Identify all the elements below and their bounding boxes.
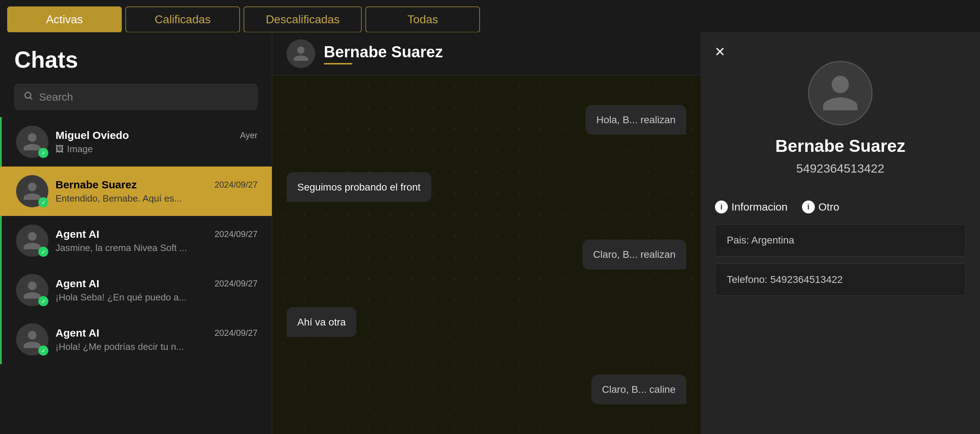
whatsapp-badge: ✓ [38, 247, 48, 257]
tab-informacion-label: Informacion [732, 201, 788, 213]
message-bubble: Seguimos probando el front [286, 172, 431, 202]
list-item[interactable]: ✓ Agent AI 2024/09/27 Jasmine, la crema … [0, 216, 272, 265]
list-item[interactable]: ✓ Agent AI 2024/09/27 ¡Hola Seba! ¿En qu… [0, 265, 272, 315]
avatar: ✓ [16, 175, 48, 207]
chat-name-row: Bernabe Suarez 2024/09/27 [56, 179, 258, 191]
top-tabs-bar: Activas Calificadas Descalificadas Todas [0, 0, 980, 32]
chat-main: Bernabe Suarez Hola, B... realizan Segui… [272, 32, 701, 434]
chat-info: Agent AI 2024/09/27 ¡Hola Seba! ¿En qué … [56, 278, 258, 303]
search-input[interactable] [39, 91, 248, 103]
chat-preview: Entendido, Bernabe. Aquí es... [56, 193, 258, 204]
chat-info: Miguel Oviedo Ayer 🖼 Image [56, 129, 258, 155]
tab-otro[interactable]: i Otro [802, 200, 839, 213]
info-icon: i [715, 200, 728, 213]
close-button[interactable]: × [715, 43, 725, 60]
whatsapp-badge: ✓ [38, 345, 48, 356]
chat-name: Agent AI [56, 327, 99, 339]
chat-header-underline [324, 63, 352, 64]
tab-otro-label: Otro [818, 201, 839, 213]
field-telefono: Telefono: 5492364513422 [715, 264, 966, 296]
whatsapp-badge: ✓ [38, 148, 48, 158]
message-bubble: Claro, B... realizan [582, 240, 686, 269]
svg-point-0 [25, 92, 31, 98]
info-fields: Pais: Argentina Telefono: 5492364513422 [701, 224, 980, 296]
chat-list: ✓ Miguel Oviedo Ayer 🖼 Image [0, 117, 272, 434]
message-bubble: Ahí va otra [286, 307, 356, 337]
image-icon: 🖼 [56, 144, 64, 154]
chat-name: Bernabe Suarez [56, 179, 137, 191]
sidebar-header: Chats [0, 32, 272, 117]
chat-header-avatar [286, 40, 315, 68]
tab-informacion[interactable]: i Informacion [715, 200, 788, 213]
field-pais: Pais: Argentina [715, 224, 966, 256]
chat-preview: 🖼 Image [56, 144, 258, 155]
right-panel: × Bernabe Suarez 5492364513422 i Informa… [701, 32, 980, 434]
profile-section: Bernabe Suarez 5492364513422 [701, 32, 980, 200]
list-item[interactable]: ✓ Bernabe Suarez 2024/09/27 Entendido, B… [0, 167, 272, 216]
list-item[interactable]: ✓ Agent AI 2024/09/27 ¡Hola! ¿Me podrías… [0, 315, 272, 364]
chat-time: 2024/09/27 [215, 328, 258, 338]
chat-name: Agent AI [56, 278, 99, 290]
chat-name-row: Agent AI 2024/09/27 [56, 228, 258, 240]
chat-info: Agent AI 2024/09/27 ¡Hola! ¿Me podrías d… [56, 327, 258, 352]
otro-icon: i [802, 200, 815, 213]
info-tabs: i Informacion i Otro [701, 200, 980, 224]
svg-line-1 [30, 97, 32, 99]
chat-preview: ¡Hola! ¿Me podrías decir tu n... [56, 341, 258, 352]
chat-time: 2024/09/27 [215, 180, 258, 190]
chat-preview: Jasmine, la crema Nivea Soft ... [56, 242, 258, 254]
avatar: ✓ [16, 224, 48, 257]
avatar: ✓ [16, 126, 48, 158]
whatsapp-badge: ✓ [38, 296, 48, 306]
profile-avatar [808, 61, 873, 125]
chat-name-row: Agent AI 2024/09/27 [56, 327, 258, 339]
tab-calificadas[interactable]: Calificadas [126, 6, 240, 33]
sidebar-title: Chats [14, 46, 258, 73]
message-bubble: Hola, B... realizan [585, 105, 686, 135]
messages-container: Hola, B... realizan Seguimos probando el… [272, 75, 701, 434]
chat-header-info: Bernabe Suarez [324, 43, 443, 64]
tab-activas[interactable]: Activas [7, 6, 122, 33]
chat-time: 2024/09/27 [215, 278, 258, 289]
chat-info: Bernabe Suarez 2024/09/27 Entendido, Ber… [56, 179, 258, 204]
search-icon [23, 91, 33, 103]
profile-name: Bernabe Suarez [775, 136, 905, 156]
chat-header: Bernabe Suarez [272, 32, 701, 75]
avatar: ✓ [16, 323, 48, 356]
message-bubble: Claro, B... caline [591, 375, 686, 404]
profile-phone: 5492364513422 [796, 162, 885, 175]
tab-descalificadas[interactable]: Descalificadas [243, 6, 362, 33]
list-item[interactable]: ✓ Miguel Oviedo Ayer 🖼 Image [0, 117, 272, 167]
search-box [14, 84, 258, 110]
chat-name-row: Miguel Oviedo Ayer [56, 129, 258, 141]
chat-header-name: Bernabe Suarez [324, 43, 443, 61]
chat-name-row: Agent AI 2024/09/27 [56, 278, 258, 290]
chat-preview: ¡Hola Seba! ¿En qué puedo a... [56, 292, 258, 303]
avatar: ✓ [16, 274, 48, 306]
whatsapp-badge: ✓ [38, 197, 48, 207]
chat-name: Miguel Oviedo [56, 129, 129, 141]
chat-background: Hola, B... realizan Seguimos probando el… [272, 75, 701, 434]
chat-time: Ayer [240, 130, 258, 140]
chat-time: 2024/09/27 [215, 229, 258, 239]
chat-info: Agent AI 2024/09/27 Jasmine, la crema Ni… [56, 228, 258, 254]
chat-sidebar: Chats ✓ [0, 32, 272, 434]
chat-name: Agent AI [56, 228, 99, 240]
main-area: Chats ✓ [0, 32, 980, 434]
tab-todas[interactable]: Todas [365, 6, 480, 33]
